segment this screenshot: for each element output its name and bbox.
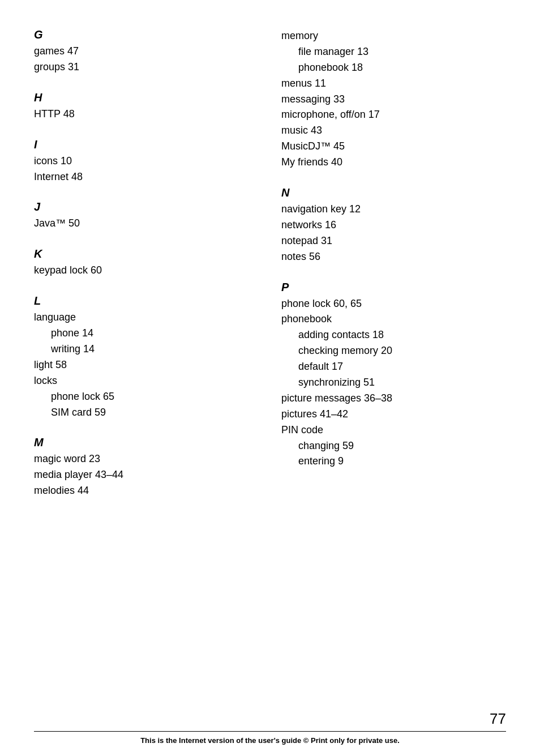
- entry-phone-lock: phone lock 65: [34, 389, 259, 405]
- entry-language: language: [34, 310, 259, 326]
- section-header-K: K: [34, 247, 259, 260]
- entry-synchronizing: synchronizing 51: [281, 375, 506, 391]
- entry-my-friends: My friends 40: [281, 155, 506, 170]
- footer-note: This is the Internet version of the user…: [34, 731, 506, 745]
- section-L: L language phone 14 writing 14 light 58 …: [34, 294, 259, 420]
- entry-magic-word: magic word 23: [34, 451, 259, 467]
- entry-http: HTTP 48: [34, 106, 259, 122]
- entry-picture-messages: picture messages 36–38: [281, 391, 506, 407]
- section-J: J Java™ 50: [34, 200, 259, 232]
- section-G: G games 47 groups 31: [34, 28, 259, 75]
- entry-pictures: pictures 41–42: [281, 407, 506, 422]
- page-number: 77: [490, 710, 506, 728]
- entry-icons: icons 10: [34, 153, 259, 169]
- entry-keypad-lock: keypad lock 60: [34, 263, 259, 279]
- entry-melodies: melodies 44: [34, 483, 259, 499]
- entry-pin-code: PIN code: [281, 422, 506, 438]
- entry-writing-language: writing 14: [34, 341, 259, 357]
- entry-memory: memory: [281, 28, 506, 44]
- section-memory-group: memory file manager 13 phonebook 18 menu…: [281, 28, 506, 170]
- index-columns: G games 47 groups 31 H HTTP 48 I icons 1…: [34, 28, 506, 711]
- entry-light: light 58: [34, 357, 259, 373]
- entry-networks: networks 16: [281, 217, 506, 233]
- entry-file-manager: file manager 13: [281, 44, 506, 60]
- section-header-P: P: [281, 281, 506, 294]
- entry-phonebook: phonebook: [281, 311, 506, 327]
- section-P: P phone lock 60, 65 phonebook adding con…: [281, 281, 506, 470]
- section-header-I: I: [34, 138, 259, 151]
- entry-java: Java™ 50: [34, 216, 259, 232]
- section-M: M magic word 23 media player 43–44 melod…: [34, 436, 259, 499]
- entry-adding-contacts: adding contacts 18: [281, 327, 506, 343]
- entry-groups: groups 31: [34, 59, 259, 75]
- section-header-L: L: [34, 294, 259, 307]
- entry-musicdj: MusicDJ™ 45: [281, 139, 506, 155]
- section-header-H: H: [34, 91, 259, 104]
- right-column: memory file manager 13 phonebook 18 menu…: [281, 28, 506, 711]
- entry-notepad: notepad 31: [281, 233, 506, 249]
- entry-music: music 43: [281, 123, 506, 139]
- entry-phonebook-memory: phonebook 18: [281, 60, 506, 76]
- entry-locks: locks: [34, 373, 259, 389]
- entry-checking-memory: checking memory 20: [281, 343, 506, 359]
- entry-phone-language: phone 14: [34, 326, 259, 341]
- entry-sim-card: SIM card 59: [34, 405, 259, 421]
- entry-changing: changing 59: [281, 438, 506, 454]
- section-K: K keypad lock 60: [34, 247, 259, 279]
- section-I: I icons 10 Internet 48: [34, 138, 259, 185]
- section-header-M: M: [34, 436, 259, 449]
- section-H: H HTTP 48: [34, 91, 259, 122]
- page-container: G games 47 groups 31 H HTTP 48 I icons 1…: [0, 0, 540, 756]
- section-N: N navigation key 12 networks 16 notepad …: [281, 186, 506, 265]
- entry-microphone: microphone, off/on 17: [281, 107, 506, 123]
- section-header-N: N: [281, 186, 506, 199]
- entry-menus: menus 11: [281, 76, 506, 92]
- entry-navigation-key: navigation key 12: [281, 202, 506, 217]
- entry-phone-lock-p: phone lock 60, 65: [281, 296, 506, 312]
- entry-notes: notes 56: [281, 249, 506, 265]
- entry-messaging: messaging 33: [281, 92, 506, 108]
- entry-entering: entering 9: [281, 454, 506, 469]
- entry-games: games 47: [34, 44, 259, 59]
- section-header-J: J: [34, 200, 259, 213]
- entry-internet: Internet 48: [34, 169, 259, 185]
- entry-media-player: media player 43–44: [34, 467, 259, 483]
- section-header-G: G: [34, 28, 259, 41]
- entry-default: default 17: [281, 359, 506, 375]
- left-column: G games 47 groups 31 H HTTP 48 I icons 1…: [34, 28, 259, 711]
